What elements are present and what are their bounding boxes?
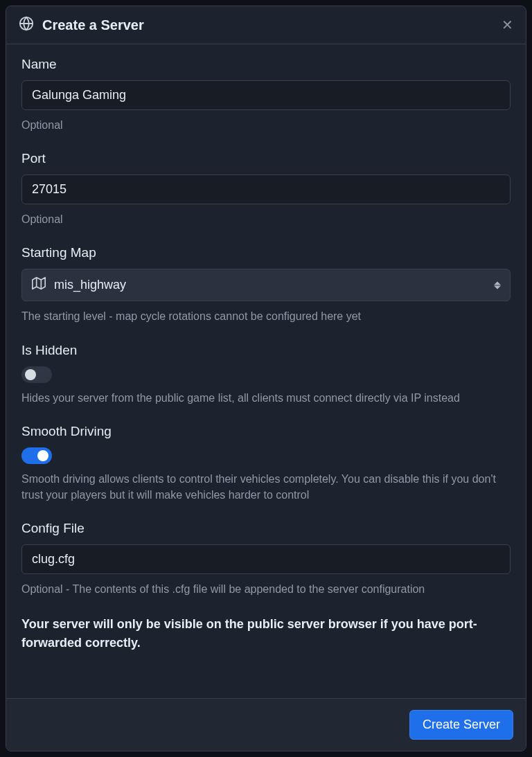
field-is-hidden: Is Hidden Hides your server from the pub… xyxy=(21,343,511,406)
map-icon xyxy=(32,276,46,294)
is-hidden-toggle[interactable] xyxy=(21,366,52,383)
create-server-button[interactable]: Create Server xyxy=(409,710,513,740)
port-label: Port xyxy=(21,151,511,166)
modal-title: Create a Server xyxy=(42,17,493,33)
field-smooth-driving: Smooth Driving Smooth driving allows cli… xyxy=(21,424,511,503)
is-hidden-hint: Hides your server from the public game l… xyxy=(21,390,511,406)
field-config-file: Config File Optional - The contents of t… xyxy=(21,521,511,597)
config-file-hint: Optional - The contents of this .cfg fil… xyxy=(21,581,511,597)
smooth-driving-toggle[interactable] xyxy=(21,447,52,464)
modal-body: Name Optional Port Optional Starting Map xyxy=(6,44,526,698)
field-starting-map: Starting Map mis_highway xyxy=(21,245,511,324)
close-icon[interactable]: ✕ xyxy=(502,18,513,32)
config-file-label: Config File xyxy=(21,521,511,536)
field-name: Name Optional xyxy=(21,57,511,133)
name-hint: Optional xyxy=(21,117,511,133)
name-input[interactable] xyxy=(21,80,511,110)
is-hidden-label: Is Hidden xyxy=(21,343,511,358)
name-label: Name xyxy=(21,57,511,72)
create-server-modal: Create a Server ✕ Name Optional Port Opt… xyxy=(6,6,526,751)
starting-map-label: Starting Map xyxy=(21,245,511,260)
config-file-input[interactable] xyxy=(21,544,511,574)
modal-header: Create a Server ✕ xyxy=(6,6,526,44)
port-hint: Optional xyxy=(21,211,511,227)
smooth-driving-hint: Smooth driving allows clients to control… xyxy=(21,471,511,503)
starting-map-hint: The starting level - map cycle rotations… xyxy=(21,308,511,324)
field-port: Port Optional xyxy=(21,151,511,227)
globe-icon xyxy=(19,16,34,34)
sort-icon xyxy=(494,281,501,289)
starting-map-select[interactable]: mis_highway xyxy=(21,269,511,301)
port-forward-notice: Your server will only be visible on the … xyxy=(21,615,511,652)
svg-marker-2 xyxy=(33,278,45,290)
modal-footer: Create Server xyxy=(6,698,526,751)
smooth-driving-label: Smooth Driving xyxy=(21,424,511,439)
starting-map-value: mis_highway xyxy=(54,278,126,292)
port-input[interactable] xyxy=(21,175,511,204)
